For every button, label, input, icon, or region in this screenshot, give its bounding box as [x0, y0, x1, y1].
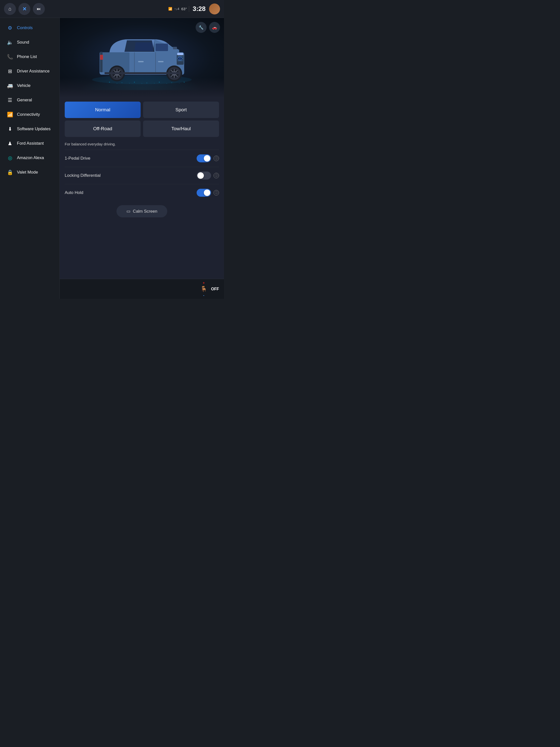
mode-normal-button[interactable]: Normal [65, 102, 141, 118]
svg-rect-16 [173, 47, 177, 49]
sidebar-item-amazon-alexa[interactable]: ◎ Amazon Alexa [1, 151, 58, 165]
mode-sport-button[interactable]: Sport [143, 102, 219, 118]
svg-rect-12 [138, 61, 143, 62]
sidebar-item-sound[interactable]: 🔈 Sound [1, 35, 58, 49]
seat-heat-icon[interactable]: 🪑 [201, 286, 207, 292]
home-button[interactable]: ⌂ [4, 3, 16, 15]
controls-icon: ⚙ [6, 25, 14, 31]
one-pedal-knob [204, 155, 210, 162]
auto-hold-info-icon[interactable]: ⓘ [214, 190, 219, 196]
drive-modes: Normal Sport Off-Road Tow/Haul [60, 98, 224, 139]
phone-icon: 📞 [6, 54, 14, 60]
mode-grid: Normal Sport Off-Road Tow/Haul [65, 102, 219, 137]
one-pedal-info-icon[interactable]: ⓘ [214, 156, 219, 161]
sidebar-label-connectivity: Connectivity [17, 112, 40, 117]
locking-diff-controls: ⓘ [196, 172, 219, 180]
top-bar: ⌂ ✕ ⏭ 📶 ↑↓4 63° 3:28 [0, 0, 224, 18]
toggle-row-one-pedal: 1-Pedal Drive ⓘ [65, 150, 219, 167]
svg-point-45 [154, 83, 155, 83]
mode-description: For balanced everyday driving. [60, 139, 224, 150]
top-bar-left: ⌂ ✕ ⏭ [4, 3, 45, 15]
software-updates-icon: ⬇ [6, 126, 14, 132]
status-icons: 📶 ↑↓4 63° [168, 6, 189, 12]
one-pedal-toggle[interactable] [196, 154, 211, 162]
vehicle-svg: F [85, 30, 199, 86]
user-avatar[interactable] [209, 3, 220, 15]
svg-text:F: F [180, 58, 180, 59]
valet-mode-icon: 🔒 [6, 169, 14, 175]
svg-rect-13 [158, 61, 163, 62]
svg-point-35 [109, 82, 110, 83]
sidebar-item-ford-assistant[interactable]: ♟ Ford Assistant [1, 136, 58, 150]
svg-rect-14 [156, 44, 168, 51]
signal-icon: ↑↓4 [174, 7, 179, 11]
time-display: 3:28 [193, 5, 206, 13]
sidebar-label-sound: Sound [17, 40, 29, 45]
svg-point-44 [142, 83, 142, 84]
sidebar-item-driver-assistance[interactable]: ⊞ Driver Assistance [1, 64, 58, 78]
svg-point-40 [171, 82, 172, 83]
top-bar-right: 📶 ↑↓4 63° 3:28 [168, 3, 220, 15]
svg-rect-9 [177, 53, 183, 55]
calm-screen-icon: ▭ [127, 209, 130, 214]
vehicle-icon-buttons: 🔧 🚗 [196, 22, 220, 33]
sidebar-item-valet-mode[interactable]: 🔒 Valet Mode [1, 165, 58, 179]
one-pedal-controls: ⓘ [196, 154, 219, 162]
bottom-bar: + 🪑 - OFF [60, 279, 224, 299]
main-layout: ⚙ Controls 🔈 Sound 📞 Phone List ⊞ Driver… [0, 18, 224, 299]
sidebar-item-phone[interactable]: 📞 Phone List [1, 50, 58, 64]
sidebar-item-software-updates[interactable]: ⬇ Software Updates [1, 122, 58, 136]
media-button[interactable]: ⏭ [33, 3, 45, 15]
sound-icon: 🔈 [6, 39, 14, 45]
sidebar-label-vehicle: Vehicle [17, 83, 31, 88]
sidebar-item-connectivity[interactable]: 📶 Connectivity [1, 108, 58, 122]
locking-diff-info-icon[interactable]: ⓘ [214, 173, 219, 178]
toggle-row-auto-hold: Auto Hold ⓘ [65, 184, 219, 201]
sidebar-label-software-updates: Software Updates [17, 126, 51, 132]
sidebar-item-general[interactable]: ☰ General [1, 93, 58, 107]
sidebar-item-controls[interactable]: ⚙ Controls [1, 21, 58, 35]
locking-diff-knob [197, 172, 204, 179]
driver-assistance-icon: ⊞ [6, 68, 14, 74]
seat-heat-control: + 🪑 - [201, 281, 207, 297]
svg-point-36 [122, 82, 123, 83]
calm-screen-button[interactable]: ▭ Calm Screen [116, 205, 167, 217]
sidebar-label-driver-assistance: Driver Assistance [17, 69, 50, 74]
svg-point-41 [184, 82, 185, 83]
vehicle-engine-btn[interactable]: 🔧 [196, 22, 207, 33]
svg-point-42 [117, 83, 117, 84]
wifi-icon: 📶 [168, 7, 172, 11]
sidebar-label-valet-mode: Valet Mode [17, 170, 38, 175]
vehicle-camera-btn[interactable]: 🚗 [209, 22, 220, 33]
sidebar-label-phone: Phone List [17, 54, 37, 59]
off-control: OFF [211, 287, 219, 291]
mode-offroad-button[interactable]: Off-Road [65, 121, 141, 137]
general-icon: ☰ [6, 97, 14, 103]
toggle-row-locking-diff: Locking Differential ⓘ [65, 167, 219, 184]
svg-point-46 [166, 83, 167, 84]
svg-point-39 [159, 82, 160, 83]
sidebar-item-vehicle[interactable]: 🚐 Vehicle [1, 79, 58, 93]
calm-screen-label: Calm Screen [133, 209, 157, 214]
auto-hold-knob [204, 189, 210, 196]
locking-diff-label: Locking Differential [65, 173, 101, 178]
auto-hold-label: Auto Hold [65, 190, 83, 195]
amazon-alexa-icon: ◎ [6, 155, 14, 161]
sidebar-label-controls: Controls [17, 25, 33, 31]
toggles-section: 1-Pedal Drive ⓘ Locking Differential ⓘ [60, 150, 224, 201]
calm-screen-section: ▭ Calm Screen [60, 201, 224, 222]
close-button[interactable]: ✕ [19, 3, 30, 15]
mode-towhaul-button[interactable]: Tow/Haul [143, 121, 219, 137]
vehicle-image-area: 🔧 🚗 [60, 18, 224, 98]
off-label: OFF [211, 287, 219, 291]
connectivity-icon: 📶 [6, 111, 14, 118]
locking-diff-toggle[interactable] [196, 172, 211, 180]
minus-label: - [203, 293, 204, 297]
content-area: 🔧 🚗 [60, 18, 224, 299]
svg-point-47 [179, 83, 180, 83]
auto-hold-toggle[interactable] [196, 189, 211, 197]
vehicle-icon: 🚐 [6, 83, 14, 88]
plus-label: + [203, 281, 205, 285]
ford-assistant-icon: ♟ [6, 140, 14, 147]
svg-point-37 [134, 82, 135, 83]
